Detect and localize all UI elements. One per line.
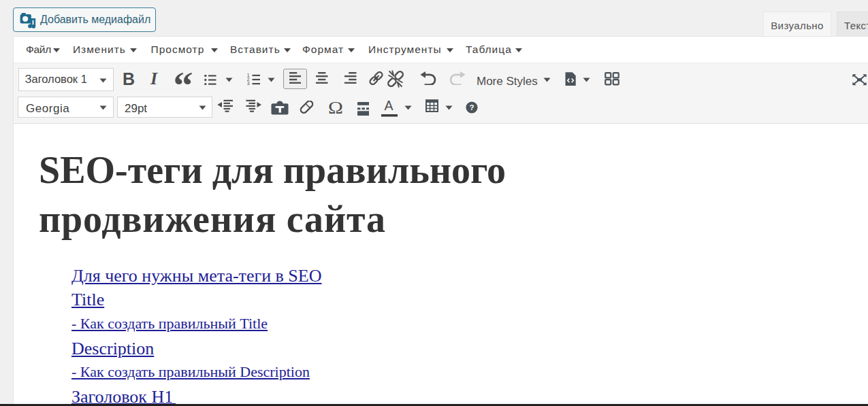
svg-text:?: ? (470, 104, 475, 112)
svg-text:3: 3 (247, 81, 250, 86)
